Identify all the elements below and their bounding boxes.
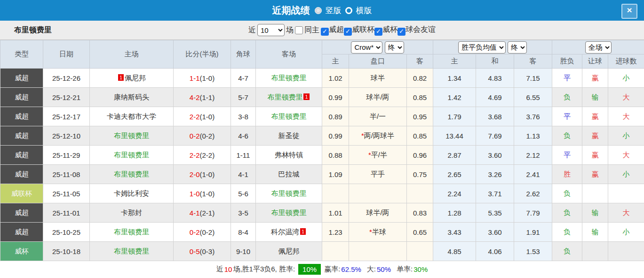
away-odds-cell: 0.75 (407, 165, 433, 184)
handicap-cell (349, 184, 407, 203)
subcol-handicap: 盘口 (349, 54, 407, 69)
avg-type-select[interactable]: 胜平负均值 (458, 41, 506, 54)
odds-time-select[interactable]: 终 (385, 41, 404, 54)
league-checkbox[interactable]: ✓ (374, 28, 382, 36)
away-team-cell: 科尔温湾1 (256, 223, 322, 242)
summary-prefix: 近 (216, 265, 223, 274)
handicap-cell: 球半/两 (349, 203, 407, 223)
match-row: 威超25-12-21康纳斯码头4-2(1-1)5-7布里顿费里10.99球半/两… (0, 88, 644, 107)
league-checkbox[interactable]: ✓ (344, 28, 352, 36)
away-odds-cell (407, 184, 433, 203)
result-wdl-cell: 负 (552, 223, 582, 242)
col-header-date: 日期 (43, 40, 90, 69)
handicap-cell: *平/半 (349, 146, 407, 165)
home-odds-cell: 0.89 (322, 107, 349, 126)
away-team-cell: 布里顿费里1 (256, 88, 322, 107)
horizontal-layout-label[interactable]: 横版 (356, 5, 372, 16)
vertical-layout-radio[interactable] (315, 7, 322, 14)
corners-cell: 3-8 (231, 107, 256, 126)
league-checkbox-label: 威联杯 (352, 25, 374, 33)
handicap-cell: *半球 (349, 223, 407, 242)
league-checkbox[interactable]: ✓ (398, 28, 405, 36)
col-header-type: 类型 (0, 40, 43, 69)
avg-away-cell: 2.41 (514, 165, 552, 184)
match-row: 威超25-11-01卡那封4-1(2-1)3-5布里顿费里1.01球半/两0.8… (0, 203, 644, 223)
result-wdl-cell: 负 (552, 126, 582, 146)
result-handicap-cell (582, 242, 608, 261)
result-goals-cell: 小 (608, 126, 644, 146)
result-wdl-cell: 平 (552, 107, 582, 126)
col-header-home: 主场 (90, 40, 174, 69)
close-icon[interactable]: × (621, 4, 637, 19)
result-goals-cell: 小 (608, 69, 644, 88)
col-header-corners: 角球 (231, 40, 256, 69)
match-row: 威联杯25-11-05卡姆比利安1-0(1-0)5-6布里顿费里2.243.71… (0, 184, 644, 203)
avg-draw-cell: 4.83 (476, 69, 514, 88)
away-odds-cell: 0.83 (407, 203, 433, 223)
match-type-cell: 威杯 (0, 242, 43, 261)
handicap-rate-label: 赢率: (324, 265, 340, 274)
summary-bar: 近10场,胜1平3负6, 胜率: 10% 赢率:62.5% 大:50% 单率:3… (0, 261, 644, 278)
same-home-checkbox[interactable] (295, 26, 303, 34)
same-home-label: 同主 (304, 25, 319, 35)
odds-company-select[interactable]: Crow* (351, 41, 382, 54)
league-checkbox[interactable]: ✓ (321, 28, 329, 36)
match-date-cell: 25-11-29 (43, 146, 90, 165)
avg-time-select[interactable]: 终 (508, 41, 527, 54)
corners-cell: 5-6 (231, 184, 256, 203)
avg-away-cell: 3.76 (514, 107, 552, 126)
handicap-cell: *两/两球半 (349, 126, 407, 146)
away-team-cell: 布里顿费里 (256, 184, 322, 203)
avg-away-cell: 7.15 (514, 69, 552, 88)
avg-home-cell: 4.85 (433, 242, 476, 261)
avg-away-cell: 7.79 (514, 203, 552, 223)
away-odds-cell: 0.82 (407, 69, 433, 88)
match-date-cell: 25-10-25 (43, 223, 90, 242)
handicap-cell: 球半 (349, 69, 407, 88)
result-handicap-cell (582, 184, 608, 203)
match-row: 威超25-11-29布里顿费里2-2(2-2)1-11弗林特镇0.88*平/半0… (0, 146, 644, 165)
home-odds-cell (322, 242, 349, 261)
match-date-cell: 25-11-05 (43, 184, 90, 203)
period-select[interactable]: 全场 (585, 41, 612, 54)
match-date-cell: 25-10-18 (43, 242, 90, 261)
avg-group-header: 胜平负均值 终 (433, 40, 552, 54)
match-type-cell: 威超 (0, 107, 43, 126)
result-handicap-cell: 赢 (582, 107, 608, 126)
away-team-cell: 布里顿费里 (256, 107, 322, 126)
big-rate-label: 大: (367, 265, 376, 274)
subcol-avg-home: 主 (433, 54, 476, 69)
result-handicap-cell: 赢 (582, 69, 608, 88)
dialog-titlebar: 近期战绩 竖版 横版 × (0, 0, 644, 21)
score-cell: 2-2(1-0) (174, 107, 231, 126)
away-team-cell: 新圣徒 (256, 126, 322, 146)
filters: 近 10 场 同主 ✓威超✓威联杯✓威杯✓球会友谊 (248, 24, 436, 36)
avg-home-cell: 1.28 (433, 203, 476, 223)
recent-label: 近 (248, 25, 256, 35)
avg-away-cell: 2.12 (514, 146, 552, 165)
avg-home-cell: 2.65 (433, 165, 476, 184)
avg-home-cell: 1.79 (433, 107, 476, 126)
corners-cell: 4-7 (231, 69, 256, 88)
recent-count-select[interactable]: 10 (257, 24, 285, 36)
home-team-cell: 布里顿费里 (90, 223, 174, 242)
result-goals-cell: 小 (608, 165, 644, 184)
col-header-score: 比分(半场) (174, 40, 231, 69)
vertical-layout-label[interactable]: 竖版 (326, 5, 342, 16)
avg-draw-cell: 5.35 (476, 203, 514, 223)
handicap-cell (349, 242, 407, 261)
layout-radio-group: 竖版 横版 (315, 5, 372, 16)
score-cell: 1-1(1-0) (174, 69, 231, 88)
match-type-cell: 威联杯 (0, 184, 43, 203)
card-badge: 1 (118, 74, 124, 81)
result-handicap-cell: 输 (582, 88, 608, 107)
match-row: 威超25-12-261佩尼邦1-1(1-0)4-7布里顿费里1.02球半0.82… (0, 69, 644, 88)
score-cell: 4-1(2-1) (174, 203, 231, 223)
match-type-cell: 威超 (0, 88, 43, 107)
avg-draw-cell: 3.68 (476, 107, 514, 126)
score-cell: 0-5(0-3) (174, 242, 231, 261)
match-date-cell: 25-11-01 (43, 203, 90, 223)
result-handicap-cell: 输 (582, 203, 608, 223)
horizontal-layout-radio[interactable] (345, 7, 352, 14)
avg-draw-cell: 7.69 (476, 126, 514, 146)
